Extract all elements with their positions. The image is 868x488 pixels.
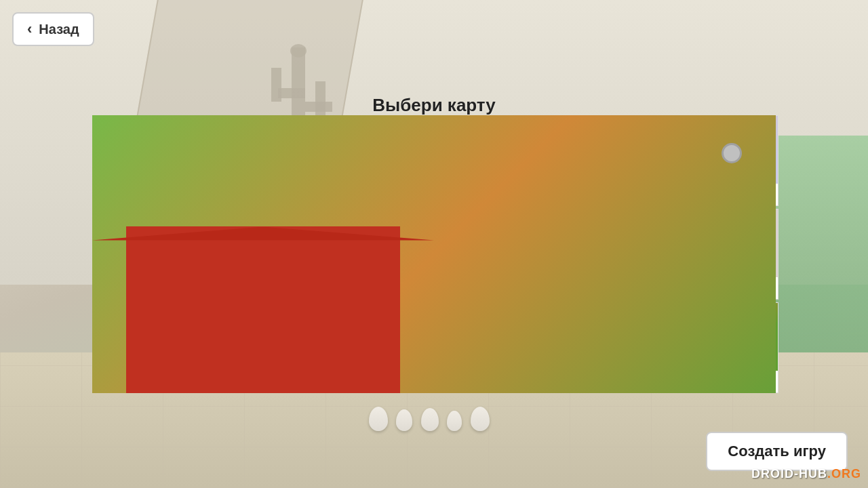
create-game-label: Создать игру	[728, 443, 826, 460]
watermark-tld: .ORG	[827, 467, 861, 481]
green-wall	[766, 136, 868, 352]
svg-rect-4	[315, 81, 326, 115]
egg-3	[421, 408, 439, 431]
map-card-farm[interactable]: Farm	[609, 302, 778, 393]
watermark: DROID-HUB.ORG	[751, 467, 861, 481]
back-label: Назад	[39, 22, 79, 37]
page-title: Выбери карту	[372, 95, 495, 116]
svg-rect-1	[278, 88, 305, 98]
egg-5	[471, 407, 490, 431]
watermark-text: DROID-HUB	[751, 467, 827, 481]
egg-4	[447, 411, 462, 431]
back-arrow-icon: ‹	[27, 20, 32, 38]
svg-point-5	[290, 44, 307, 58]
back-button[interactable]: ‹ Назад	[12, 12, 94, 46]
egg-2	[396, 409, 412, 431]
svg-rect-2	[271, 68, 281, 102]
egg-1	[369, 407, 388, 431]
floor-decoration	[366, 407, 502, 447]
create-game-button[interactable]: Создать игру	[706, 432, 848, 471]
map-grid: ChaloHouse Dust Town House Lava Proto07	[92, 115, 776, 393]
map-thumb-farm	[610, 303, 778, 371]
